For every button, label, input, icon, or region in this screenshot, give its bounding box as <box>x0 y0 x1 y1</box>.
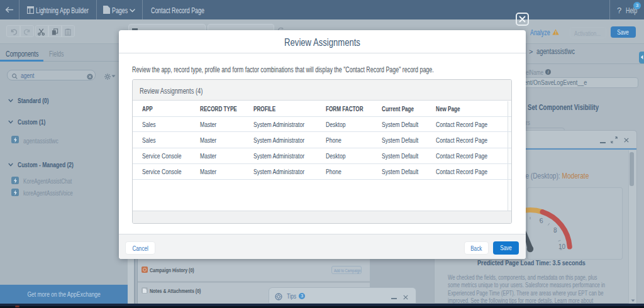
svg-text:8: 8 <box>553 227 557 234</box>
svg-text:10: 10 <box>558 243 566 250</box>
svg-text:6: 6 <box>540 217 543 224</box>
